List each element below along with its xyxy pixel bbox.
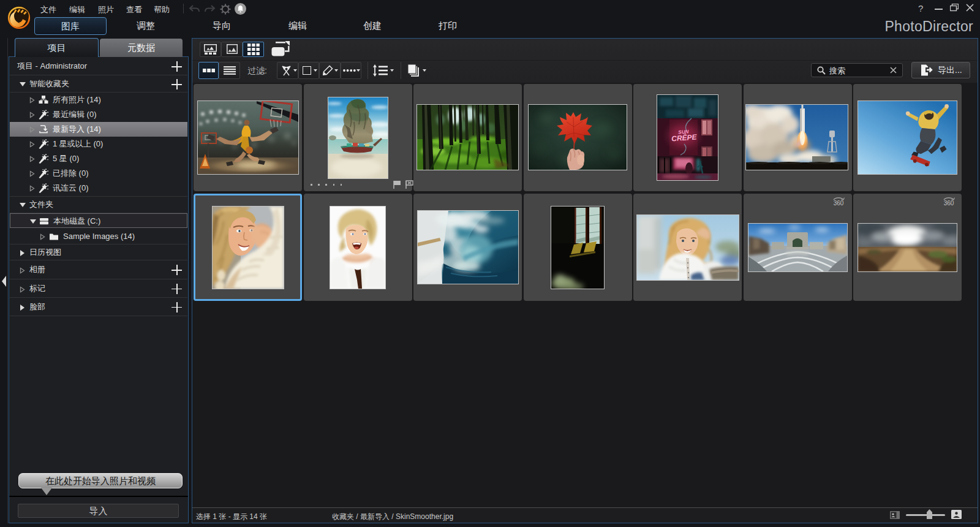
svg-text:360: 360 [834, 200, 844, 207]
svg-text:CRÊPE: CRÊPE [671, 132, 698, 143]
svg-text:360: 360 [943, 200, 954, 207]
